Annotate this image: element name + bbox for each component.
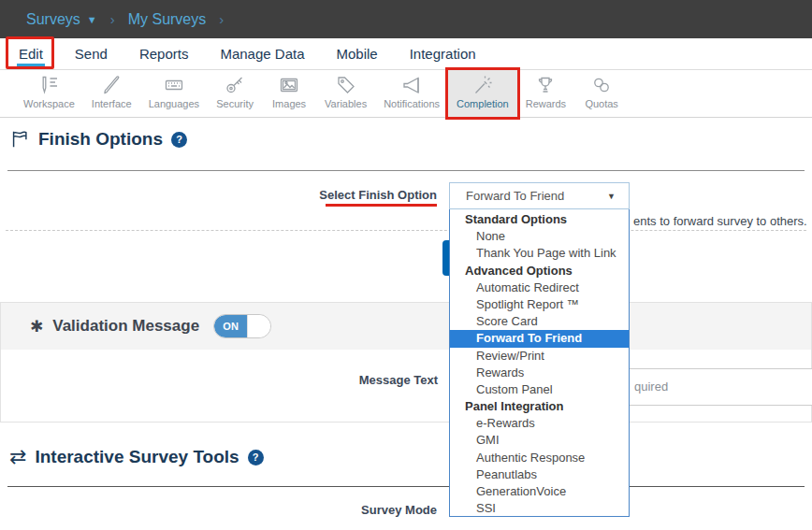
menu-item-edit[interactable]: Edit <box>17 42 45 66</box>
toolbar-item-label: Workspace <box>23 98 75 109</box>
menu-item-send[interactable]: Send <box>73 42 109 66</box>
dropdown-option-peanutlabs[interactable]: Peanutlabs <box>450 466 629 483</box>
validation-toggle[interactable]: ON <box>213 314 271 338</box>
dashed-divider <box>6 230 806 231</box>
top-navigation-bar: Surveys▼›My Surveys› <box>0 0 812 38</box>
toolbar-item-interface[interactable]: Interface <box>83 70 140 117</box>
finish-options-header: Finish Options ? <box>9 129 187 150</box>
divider <box>7 170 805 171</box>
page: Surveys▼›My Surveys› EditSendReportsMana… <box>0 0 812 530</box>
dropdown-option-custom-panel[interactable]: Custom Panel <box>450 381 629 398</box>
toolbar-item-completion[interactable]: Completion <box>448 70 517 117</box>
dropdown-option-rewards[interactable]: Rewards <box>450 365 629 381</box>
dropdown-option-gmi[interactable]: GMI <box>450 432 629 449</box>
menu-item-reports[interactable]: Reports <box>138 42 191 66</box>
dropdown-option-score-card[interactable]: Score Card <box>450 313 629 330</box>
keyboard-icon <box>163 74 185 96</box>
breadcrumb-item-surveys[interactable]: Surveys <box>26 11 80 28</box>
chevron-down-icon: ▼ <box>607 192 616 201</box>
toolbar-item-label: Languages <box>149 98 199 109</box>
selected-option-text: Forward To Friend <box>466 189 607 203</box>
finish-option-select[interactable]: Forward To Friend ▼ <box>449 182 630 209</box>
help-icon[interactable]: ? <box>171 132 187 148</box>
image-icon <box>278 74 300 96</box>
toolbar-item-label: Quotas <box>585 98 617 109</box>
trophy-icon <box>534 74 557 96</box>
toolbar-item-variables[interactable]: Variables <box>316 70 375 117</box>
links-icon <box>590 74 613 96</box>
dropdown-group-advanced-options: Advanced Options <box>450 263 629 279</box>
message-text-label: Message Text <box>225 373 438 387</box>
megaphone-icon <box>400 74 423 96</box>
interactive-tools-header: ⇄ Interactive Survey Tools ? <box>9 447 264 467</box>
menu-item-mobile[interactable]: Mobile <box>335 42 380 66</box>
toolbar: WorkspaceInterfaceLanguagesSecurityImage… <box>0 70 812 118</box>
arrows-swap-icon: ⇄ <box>9 448 26 466</box>
toolbar-item-rewards[interactable]: Rewards <box>517 70 574 117</box>
toolbar-item-label: Completion <box>457 98 509 109</box>
toolbar-item-label: Security <box>216 98 254 109</box>
toolbar-item-label: Images <box>272 98 306 109</box>
menu-bar: EditSendReportsManage DataMobileIntegrat… <box>0 38 812 70</box>
menu-item-manage-data[interactable]: Manage Data <box>218 42 306 66</box>
breadcrumb-item-my-surveys[interactable]: My Surveys <box>128 11 207 28</box>
dropdown-group-standard-options: Standard Options <box>450 211 629 228</box>
toolbar-item-label: Notifications <box>384 98 440 109</box>
validation-message-header: ✱ Validation Message ON <box>1 303 811 350</box>
help-icon[interactable]: ? <box>248 450 264 466</box>
dropdown-option-authentic-response[interactable]: Authentic Response <box>450 450 629 466</box>
toolbar-item-label: Variables <box>325 98 367 109</box>
toolbar-item-label: Rewards <box>526 98 566 109</box>
dropdown-option-none[interactable]: None <box>450 228 629 245</box>
dropdown-option-forward-to-friend[interactable]: Forward To Friend <box>450 330 629 347</box>
annotation-underline <box>326 204 437 207</box>
toggle-knob[interactable] <box>247 315 270 337</box>
section-title: Finish Options <box>38 129 163 150</box>
dropdown-option-thank-you-page-with-link[interactable]: Thank You Page with Link <box>450 245 629 262</box>
key-icon <box>224 74 246 96</box>
dropdown-option-review-print[interactable]: Review/Print <box>450 348 629 365</box>
input-value-fragment: quired <box>634 380 668 394</box>
flag-icon <box>9 129 30 150</box>
toolbar-item-label: Interface <box>92 98 132 109</box>
breadcrumb-separator-icon: › <box>110 11 115 27</box>
dropdown-option-spotlight-report[interactable]: Spotlight Report ™ <box>450 296 629 313</box>
annotation-box <box>6 36 54 69</box>
survey-mode-label: Survey Mode <box>225 503 437 517</box>
toolbar-item-images[interactable]: Images <box>262 70 316 117</box>
toolbar-item-languages[interactable]: Languages <box>140 70 208 117</box>
menu-item-integration[interactable]: Integration <box>408 42 478 66</box>
breadcrumb-separator-icon: › <box>219 11 224 27</box>
toggle-on-segment: ON <box>214 315 247 337</box>
finish-option-dropdown: Standard OptionsNoneThank You Page with … <box>449 208 630 517</box>
toolbar-item-quotas[interactable]: Quotas <box>574 70 629 117</box>
toolbar-item-notifications[interactable]: Notifications <box>375 70 448 117</box>
divider <box>7 486 805 487</box>
toolbar-item-workspace[interactable]: Workspace <box>15 70 83 117</box>
dropdown-option-ssi[interactable]: SSI <box>450 500 629 517</box>
dropdown-group-panel-integration: Panel Integration <box>450 398 629 415</box>
dropdown-option-e-rewards[interactable]: e-Rewards <box>450 415 629 432</box>
dropdown-option-generationvoice[interactable]: GenerationVoice <box>450 483 629 500</box>
select-finish-option-label: Select Finish Option <box>225 188 437 202</box>
asterisk-icon: ✱ <box>30 317 43 337</box>
wand-icon <box>471 74 494 96</box>
card-title: Validation Message <box>52 317 199 336</box>
caret-down-icon: ▼ <box>87 14 97 25</box>
validation-message-card: ✱ Validation Message ON Message Text qui… <box>0 302 812 423</box>
section-title: Interactive Survey Tools <box>35 447 239 467</box>
tag-icon <box>335 74 357 96</box>
dropdown-option-automatic-redirect[interactable]: Automatic Redirect <box>450 279 629 296</box>
pencil-lines-icon <box>37 74 60 96</box>
forward-note-fragment: ents to forward survey to others. ? <box>633 213 812 229</box>
brush-icon <box>100 74 123 96</box>
toolbar-item-security[interactable]: Security <box>208 70 262 117</box>
